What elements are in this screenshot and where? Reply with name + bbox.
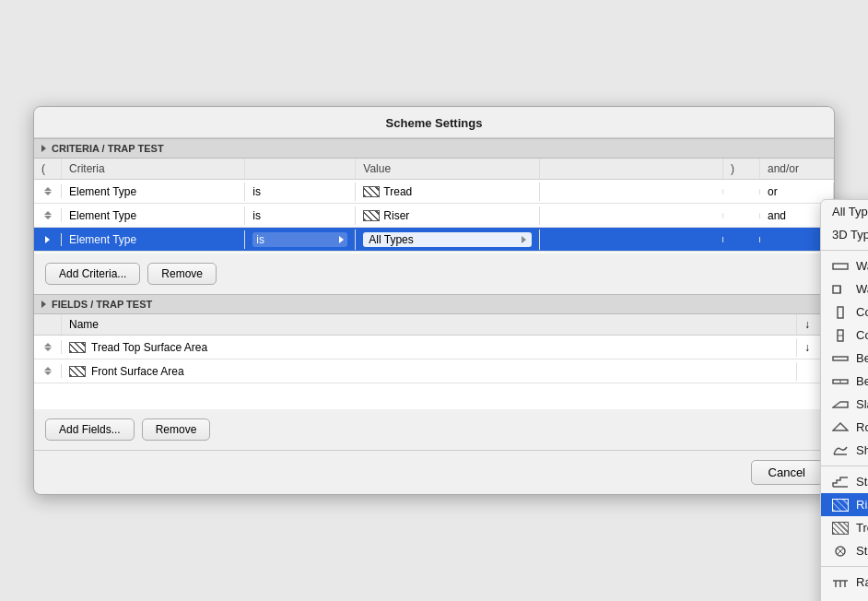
dropdown-divider <box>821 250 868 251</box>
fields-section-label: FIELDS / TRAP TEST <box>52 299 152 310</box>
col-paren-close: ) <box>723 159 760 179</box>
tread-icon <box>363 186 380 197</box>
operator: is <box>245 183 356 201</box>
svg-marker-9 <box>833 402 848 407</box>
expand-chevron-icon <box>45 236 50 243</box>
col-paren-open: ( <box>34 159 62 179</box>
criteria-section-label: CRITERIA / TRAP TEST <box>52 143 164 154</box>
dropdown-item-label: 3D Types <box>832 228 868 242</box>
dropdown-arrow-icon <box>339 236 344 243</box>
svg-rect-1 <box>833 286 840 293</box>
section-collapse-triangle[interactable] <box>41 145 46 152</box>
svg-marker-10 <box>833 423 848 430</box>
fields-row[interactable]: Tread Top Surface Area ↓ <box>34 336 834 359</box>
beam-segment-icon <box>832 375 849 388</box>
dropdown-item-beam-segment[interactable]: Beam Segment <box>821 370 868 393</box>
row-mover[interactable] <box>34 184 62 198</box>
criteria-row[interactable]: Element Type is Tread or <box>34 180 834 204</box>
spacer <box>540 237 723 242</box>
roof-icon <box>832 421 849 434</box>
wall-end-icon <box>832 283 849 296</box>
dropdown-item-wall-end[interactable]: Wall End <box>821 277 868 300</box>
fields-buttons-row: Add Fields... Remove <box>34 409 834 450</box>
dropdown-item-label: Railing <box>856 575 868 589</box>
remove-criteria-button[interactable]: Remove <box>147 263 217 285</box>
riser-icon <box>832 499 849 512</box>
dropdown-item-label: Column Segment <box>856 328 868 342</box>
dropdown-item-label: All Types <box>832 205 868 218</box>
criteria-table-header: ( Criteria Value ) and/or <box>34 159 834 180</box>
arrow-down-icon[interactable] <box>44 192 52 195</box>
value-text: Riser <box>383 209 409 222</box>
field-type-icon <box>69 342 86 353</box>
field-type-icon <box>69 366 86 377</box>
dropdown-item-label: Wall End <box>856 282 868 296</box>
row-mover[interactable] <box>34 364 62 378</box>
bottom-buttons-row: Cancel <box>34 450 834 494</box>
arrow-down-icon[interactable] <box>44 216 52 219</box>
dropdown-item-slab[interactable]: Slab <box>821 393 868 416</box>
col-value: Value <box>356 159 539 179</box>
dropdown-item-wall[interactable]: Wall <box>821 254 868 277</box>
criteria-row[interactable]: Element Type is Riser and <box>34 204 834 228</box>
arrow-up-icon[interactable] <box>44 343 52 347</box>
dropdown-item-all-types[interactable]: All Types <box>821 200 868 223</box>
close-paren <box>723 213 760 218</box>
dropdown-item-column[interactable]: Column <box>821 300 868 324</box>
dropdown-item-label: Wall <box>856 259 868 273</box>
dropdown-item-railing[interactable]: Railing <box>821 571 868 594</box>
dropdown-item-tread[interactable]: Tread <box>821 516 868 539</box>
dropdown-item-toprail[interactable]: Toprail <box>821 594 868 601</box>
railing-icon <box>832 576 849 589</box>
row-expand[interactable] <box>34 233 62 246</box>
dropdown-item-label: Stair <box>856 475 868 489</box>
structure-icon <box>832 545 849 558</box>
fields-row[interactable]: Front Surface Area <box>34 359 834 383</box>
operator: is <box>245 230 356 250</box>
arrow-up-icon[interactable] <box>44 367 52 371</box>
criteria-row-selected[interactable]: Element Type is All Types <box>34 228 834 252</box>
dropdown-item-label: Roof <box>856 420 868 434</box>
row-mover[interactable] <box>34 340 62 354</box>
col-operator <box>245 159 356 179</box>
add-criteria-button[interactable]: Add Criteria... <box>45 263 140 285</box>
beam-icon <box>832 352 849 365</box>
arrow-up-icon[interactable] <box>44 211 52 215</box>
col-connector: and/or <box>760 159 834 179</box>
value: Tread <box>356 183 539 201</box>
criteria-area: Element Type is Tread or Element Type i <box>34 180 834 253</box>
add-fields-button[interactable]: Add Fields... <box>45 418 135 441</box>
field-name-text: Front Surface Area <box>91 365 184 378</box>
dropdown-item-structure[interactable]: Structure <box>821 539 868 562</box>
fields-section-header: FIELDS / TRAP TEST <box>34 294 834 314</box>
svg-rect-3 <box>838 307 843 318</box>
cancel-button[interactable]: Cancel <box>751 460 823 485</box>
section-collapse-triangle[interactable] <box>41 300 46 308</box>
dropdown-item-shell[interactable]: Shell <box>821 439 868 462</box>
operator: is <box>245 206 356 225</box>
riser-icon <box>363 210 380 221</box>
dropdown-item-3d-types[interactable]: 3D Types <box>821 223 868 246</box>
dropdown-item-beam[interactable]: Beam <box>821 347 868 370</box>
dropdown-item-riser[interactable]: Riser <box>821 493 868 516</box>
col-name: Name <box>62 314 797 335</box>
field-name-text: Tread Top Surface Area <box>91 341 207 354</box>
close-paren <box>723 237 760 242</box>
stair-icon <box>832 476 849 489</box>
dropdown-item-roof[interactable]: Roof <box>821 416 868 439</box>
value: Riser <box>356 206 539 225</box>
arrow-up-icon[interactable] <box>44 187 52 191</box>
dropdown-divider <box>821 566 868 567</box>
value: All Types <box>356 230 539 250</box>
col-criteria: Criteria <box>62 159 245 179</box>
dropdown-item-column-segment[interactable]: Column Segment <box>821 324 868 347</box>
arrow-down-icon[interactable] <box>44 371 52 375</box>
remove-fields-button[interactable]: Remove <box>142 418 211 441</box>
criteria-buttons-row: Add Criteria... Remove <box>34 253 834 294</box>
arrow-down-icon[interactable] <box>44 348 52 351</box>
expand-value-icon <box>522 236 526 243</box>
row-mover[interactable] <box>34 208 62 222</box>
dropdown-item-stair[interactable]: Stair <box>821 470 868 493</box>
dropdown-item-label: Beam Segment <box>856 374 868 388</box>
svg-rect-0 <box>833 264 848 269</box>
